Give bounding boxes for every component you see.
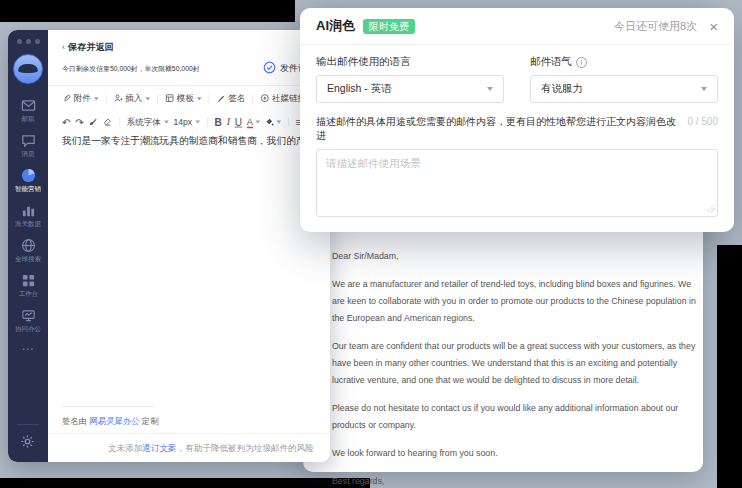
send-quota-text: 今日剩余发信量50,000封，单次限额50,000封	[62, 63, 243, 76]
email-paragraph: Dear Sir/Madam,	[332, 248, 696, 265]
chevron-down-icon	[94, 96, 99, 99]
scenario-textarea[interactable]	[316, 149, 718, 217]
attachment-button[interactable]: 附件	[62, 92, 99, 104]
info-icon[interactable]: i	[576, 57, 587, 68]
italic-button[interactable]: I	[227, 116, 230, 128]
clear-format-button[interactable]	[102, 117, 111, 126]
chevron-down-icon	[255, 120, 260, 123]
insert-button[interactable]: 插入	[113, 92, 150, 104]
font-color-button[interactable]: A	[247, 117, 260, 128]
undo-button[interactable]: ↶	[62, 116, 71, 128]
message-icon	[21, 133, 36, 148]
output-language-label: 输出邮件使用的语言	[316, 55, 504, 69]
signature-divider	[62, 406, 154, 407]
font-family-select[interactable]: 系统字体	[127, 116, 169, 128]
avatar-image	[18, 64, 38, 73]
sidebar-item-global-search[interactable]: 全球搜索	[8, 234, 48, 269]
sidebar-item-label: 智能营销	[15, 185, 41, 192]
email-tone-label: 邮件语气i	[530, 55, 718, 69]
email-tone-select[interactable]: 有说服力	[530, 75, 718, 103]
unsubscribe-notice: 文未添加退订文案，有助于降低被判为垃圾邮件的风险	[108, 442, 314, 454]
chevron-down-icon	[197, 96, 202, 99]
toolbar-separator	[157, 93, 158, 102]
paperclip-icon	[62, 93, 71, 104]
redo-button[interactable]: ↷	[75, 116, 84, 128]
sidebar-item-label: 工作台	[18, 290, 37, 297]
sidebar-item-messages[interactable]: 消息	[8, 129, 48, 164]
app-sidebar: 邮箱 消息 智能营销 海关数据 全球搜索	[8, 30, 48, 462]
save-and-return-button[interactable]: ‹保存并返回	[62, 39, 130, 56]
email-paragraph: We look forward to hearing from you soon…	[332, 445, 696, 462]
signature-row: 签名由网易灵犀办公定制	[62, 414, 189, 429]
email-paragraph: Please do not hesitate to contact us if …	[332, 400, 696, 434]
chevron-down-icon	[164, 120, 169, 123]
insert-person-icon	[113, 93, 122, 104]
email-paragraph: Our team are confident that our products…	[332, 338, 696, 389]
back-chevron-icon: ‹	[62, 42, 65, 53]
brand-link[interactable]: 网易灵犀办公	[89, 417, 139, 426]
sidebar-item-mail[interactable]: 邮箱	[8, 94, 48, 129]
email-paragraph: We are a manufacturer and retailer of tr…	[332, 276, 696, 327]
compose-toolbar-primary: 附件 插入 模板 签名	[62, 86, 330, 110]
grid-icon	[21, 273, 36, 288]
toolbar-separator	[119, 117, 120, 126]
check-circle-icon	[263, 61, 276, 76]
sidebar-item-customs-data[interactable]: 海关数据	[8, 199, 48, 234]
bar-chart-icon	[21, 203, 36, 218]
dialog-title: AI润色	[316, 17, 355, 35]
sidebar-nav: 邮箱 消息 智能营销 海关数据 全球搜索	[8, 94, 48, 339]
daily-usage-remaining: 今日还可使用8次	[614, 19, 697, 34]
font-size-select[interactable]: 14px	[173, 117, 199, 126]
format-painter-button[interactable]	[88, 117, 97, 126]
monitor-icon	[21, 308, 36, 323]
sidebar-item-label: 协同办公	[15, 325, 41, 332]
window-traffic-lights[interactable]	[17, 39, 40, 44]
chevron-down-icon	[145, 96, 150, 99]
mail-icon	[21, 98, 36, 113]
sidebar-more-button[interactable]: ⋯	[8, 342, 48, 356]
close-icon[interactable]: ×	[709, 19, 718, 34]
avatar[interactable]	[13, 54, 43, 84]
underline-button[interactable]: U	[235, 116, 242, 128]
compose-area: ‹保存并返回 今日剩余发信量50,000封，单次限额50,000封 发件设置 附…	[48, 30, 330, 462]
char-counter: 0 / 500	[679, 116, 718, 127]
chevron-down-icon	[195, 120, 200, 123]
mail-app-window: 邮箱 消息 智能营销 海关数据 全球搜索	[8, 30, 330, 462]
sidebar-divider	[17, 424, 39, 425]
toolbar-separator	[207, 117, 208, 126]
output-language-select[interactable]: English - 英语	[316, 75, 504, 103]
highlight-color-button[interactable]	[265, 117, 281, 126]
scenario-description-label: 描述邮件的具体用途或您需要的邮件内容，更有目的性地帮您进行正文内容润色改进	[316, 115, 679, 143]
bold-button[interactable]: B	[215, 116, 222, 128]
unsubscribe-copy-link[interactable]: 退订文案	[142, 443, 176, 452]
divider	[48, 433, 330, 434]
email-paragraph: Best regards,	[332, 473, 696, 488]
compose-toolbar-formatting: ↶ ↷ 系统字体 14px B I U A ≡	[62, 110, 330, 134]
ai-polish-dialog: AI润色 限时免费 今日还可使用8次 × 输出邮件使用的语言 English -…	[300, 8, 734, 232]
toolbar-separator	[252, 93, 253, 102]
pie-chart-icon	[21, 168, 36, 183]
sidebar-item-smart-marketing[interactable]: 智能营销	[8, 164, 48, 199]
sidebar-item-label: 消息	[22, 150, 35, 157]
sidebar-item-label: 邮箱	[22, 115, 35, 122]
template-button[interactable]: 模板	[165, 92, 202, 104]
email-draft-text[interactable]: 我们是一家专注于潮流玩具的制造商和销售商，我们的产品线包括盲盒、手	[62, 134, 263, 148]
toolbar-separator	[106, 93, 107, 102]
sidebar-item-label: 海关数据	[15, 220, 41, 227]
sidebar-item-label: 全球搜索	[15, 255, 41, 262]
toolbar-separator	[209, 93, 210, 102]
pen-icon	[216, 93, 225, 104]
toolbar-separator	[288, 117, 289, 126]
polished-email-body[interactable]: Dear Sir/Madam, We are a manufacturer an…	[332, 248, 696, 488]
social-link-icon	[260, 93, 269, 104]
chevron-down-icon	[701, 87, 707, 91]
dialog-header: AI润色 限时免费 今日还可使用8次 ×	[300, 8, 734, 45]
signature-button[interactable]: 签名	[216, 92, 245, 104]
settings-gear-button[interactable]	[20, 434, 35, 453]
limited-time-free-badge: 限时免费	[363, 19, 415, 34]
desktop: Dear Sir/Madam, We are a manufacturer an…	[0, 0, 742, 488]
sidebar-item-collaboration[interactable]: 协同办公	[8, 304, 48, 339]
sidebar-item-workbench[interactable]: 工作台	[8, 269, 48, 304]
dialog-body: 输出邮件使用的语言 English - 英语 邮件语气i 有说服力 描述邮件的具…	[300, 45, 734, 217]
chevron-down-icon	[487, 87, 493, 91]
